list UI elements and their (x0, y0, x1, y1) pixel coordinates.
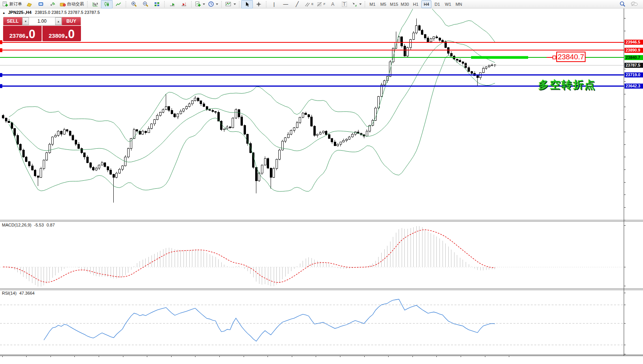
timeframe-mn[interactable]: MN (454, 0, 464, 8)
zoom-out-button[interactable] (140, 0, 151, 8)
new-chart-icon (195, 1, 201, 7)
cursor-button[interactable] (241, 0, 253, 8)
signals-button[interactable] (47, 0, 58, 8)
channel-button[interactable]: E (303, 0, 315, 8)
line-chart-button[interactable] (113, 0, 124, 8)
collapse-arrow-icon[interactable]: ▲ (2, 11, 5, 15)
zoom-in-icon (131, 1, 137, 7)
horizontal-line-button[interactable]: — (280, 0, 291, 8)
symbol-name: JPN225-,H4 (8, 10, 32, 15)
price-tag: 23787.5 (624, 63, 643, 68)
price-tag: 23642.3 (624, 84, 643, 89)
sell-button[interactable]: SELL (3, 17, 22, 25)
bar-chart-icon (92, 2, 98, 7)
mt4-window: 新订单 自动交易 (0, 0, 643, 364)
price-callout-label[interactable]: 23840.7 (556, 52, 586, 62)
channel-icon (305, 2, 310, 7)
chart-canvas[interactable] (0, 0, 643, 364)
terminal-button[interactable] (35, 0, 47, 8)
arrows-tool-icon (352, 2, 357, 7)
buy-price-fraction: .0 (65, 28, 75, 40)
volume-decrease-button[interactable]: ▼ (22, 17, 29, 25)
toolbar-separator (126, 1, 126, 7)
candlestick-chart-icon (104, 2, 110, 7)
volume-input[interactable] (29, 17, 55, 25)
crosshair-icon (256, 2, 261, 7)
timeframe-w1[interactable]: W1 (443, 0, 453, 8)
new-order-icon (2, 1, 8, 7)
crosshair-button[interactable] (253, 0, 264, 8)
toolbar: 新订单 自动交易 (0, 0, 643, 8)
chat-button[interactable] (628, 0, 640, 8)
volume-increase-button[interactable]: ▲ (55, 17, 62, 25)
one-click-trade-panel: SELL ▼ ▲ BUY 23786.0 23809.0 (3, 17, 81, 41)
timeframe-h4[interactable]: H4 (421, 0, 431, 8)
search-button[interactable] (617, 0, 628, 8)
toolbar-separator (164, 1, 165, 7)
line-chart-icon (115, 2, 121, 7)
timeframe-m15[interactable]: M15 (389, 0, 399, 8)
toolbar-separator (266, 1, 267, 7)
label-tool-button[interactable]: T (338, 0, 350, 8)
chevron-down-icon (216, 3, 218, 5)
price-tag: 23946.5 (624, 40, 643, 45)
buy-button[interactable]: BUY (62, 17, 81, 25)
auto-trading-button[interactable]: 自动交易 (58, 0, 86, 8)
indicators-button[interactable] (224, 0, 237, 8)
fibonacci-letter: F (323, 2, 325, 6)
macd-main-value: -5.53 (34, 223, 44, 227)
macd-signal-value: 0.87 (47, 223, 55, 227)
sell-price[interactable]: 23786.0 (3, 26, 42, 41)
zoom-in-button[interactable] (128, 0, 140, 8)
toolbar-separator (221, 1, 222, 7)
timeframe-buttons: M1M5M15M30H1H4D1W1MN (367, 0, 464, 8)
auto-scroll-icon (169, 2, 175, 7)
indicators-icon (225, 1, 232, 7)
volume-stepper: ▼ ▲ (22, 17, 62, 25)
vertical-line-button[interactable]: | (268, 0, 280, 8)
timeframe-d1[interactable]: D1 (432, 0, 442, 8)
arrows-tool-button[interactable] (350, 0, 363, 8)
toolbar-separator (239, 1, 240, 7)
timeframe-h1[interactable]: H1 (411, 0, 421, 8)
new-order-button[interactable]: 新订单 (1, 0, 24, 8)
chart-shift-icon (181, 2, 187, 7)
history-center-button[interactable] (24, 0, 35, 8)
sell-price-fraction: .0 (25, 28, 35, 40)
trendline-icon: ╱ (296, 2, 299, 7)
toolbar-separator (87, 1, 88, 7)
turning-point-annotation[interactable]: 多空转折点 (538, 78, 596, 92)
chevron-down-icon (359, 3, 362, 5)
toolbar-right-group (617, 0, 643, 8)
rsi-value: 47.3664 (19, 291, 35, 295)
buy-price[interactable]: 23809.0 (42, 26, 81, 41)
auto-trading-label: 自动交易 (67, 1, 84, 7)
tile-windows-button[interactable] (151, 0, 163, 8)
timeframe-m1[interactable]: M1 (367, 0, 377, 8)
clock-icon (208, 1, 214, 7)
horizontal-line-icon: — (283, 2, 288, 7)
symbol-bar: ▲ JPN225-,H4 23815.0 23817.5 23787.5 237… (2, 10, 100, 15)
text-tool-icon: A (331, 2, 334, 7)
timeframe-m30[interactable]: M30 (400, 0, 410, 8)
trendline-button[interactable]: ╱ (291, 0, 303, 8)
price-tag: 23840.7 (624, 55, 643, 60)
fibonacci-button[interactable]: F (315, 0, 327, 8)
period-button[interactable] (207, 0, 220, 8)
new-chart-button[interactable] (194, 0, 207, 8)
auto-scroll-button[interactable] (167, 0, 178, 8)
auto-trading-icon (60, 2, 66, 7)
timeframe-m5[interactable]: M5 (378, 0, 388, 8)
chart-shift-button[interactable] (178, 0, 190, 8)
text-tool-button[interactable]: A (327, 0, 338, 8)
bar-chart-button[interactable] (89, 0, 101, 8)
price-tag: 23719.0 (624, 72, 643, 77)
chevron-down-icon (234, 3, 236, 5)
candlestick-chart-button[interactable] (101, 0, 113, 8)
chevron-down-icon (203, 3, 205, 5)
rsi-label: RSI(14) 47.3664 (2, 291, 35, 295)
ohlc-values: 23815.0 23817.5 23787.5 23787.5 (35, 10, 100, 15)
signal-icon (49, 2, 56, 7)
search-icon (619, 1, 626, 7)
toolbar-separator (191, 1, 192, 7)
